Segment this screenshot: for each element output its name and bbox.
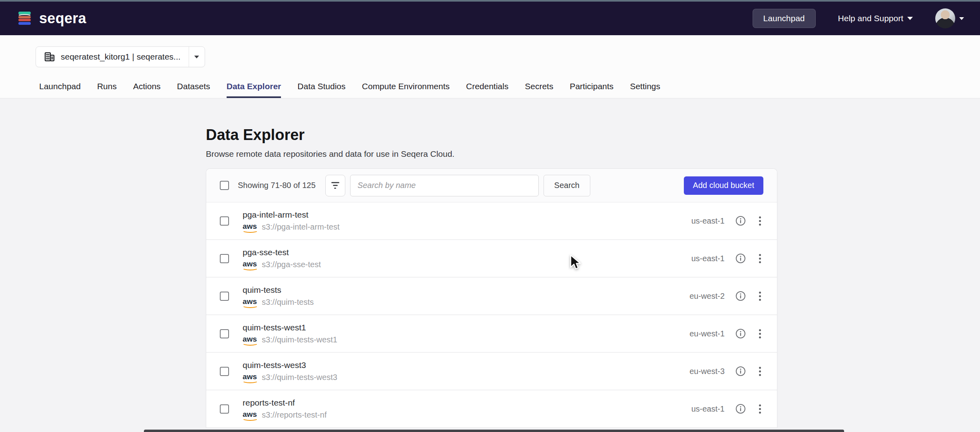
- aws-icon: aws: [243, 298, 257, 307]
- table-row[interactable]: reports-test-nf aws s3://reports-test-nf…: [206, 390, 777, 428]
- tab-participants[interactable]: Participants: [570, 82, 613, 98]
- filter-icon: [331, 182, 339, 189]
- bucket-region: us-east-1: [680, 254, 725, 263]
- bucket-uri: s3://quim-tests-west1: [262, 335, 337, 344]
- tab-secrets[interactable]: Secrets: [525, 82, 553, 98]
- row-checkbox[interactable]: [220, 329, 229, 338]
- row-menu-button[interactable]: [757, 215, 763, 227]
- bucket-name: pga-intel-arm-test: [243, 210, 339, 220]
- showing-count: Showing 71-80 of 125: [238, 181, 316, 190]
- info-icon: [735, 328, 746, 339]
- tab-datasets[interactable]: Datasets: [177, 82, 210, 98]
- row-checkbox[interactable]: [220, 254, 229, 263]
- aws-icon: aws: [243, 410, 257, 420]
- page-subtitle: Browse remote data repositories and data…: [206, 149, 777, 159]
- table-row[interactable]: pga-intel-arm-test aws s3://pga-intel-ar…: [206, 202, 777, 240]
- table-row[interactable]: pga-sse-test aws s3://pga-sse-test us-ea…: [206, 240, 777, 278]
- bucket-name: quim-tests-west3: [243, 360, 337, 370]
- seqera-logo[interactable]: seqera: [16, 10, 86, 27]
- info-icon: [735, 366, 746, 377]
- bucket-uri: s3://pga-intel-arm-test: [262, 222, 340, 232]
- aws-icon: aws: [243, 222, 257, 232]
- bucket-region: eu-west-1: [680, 329, 725, 338]
- search-button[interactable]: Search: [544, 175, 590, 196]
- app-screen: seqera Launchpad Help and Support: [0, 0, 980, 432]
- tab-launchpad[interactable]: Launchpad: [39, 82, 81, 98]
- info-button[interactable]: [735, 403, 746, 414]
- bucket-uri: s3://reports-test-nf: [262, 410, 327, 420]
- info-icon: [735, 403, 746, 414]
- row-menu-button[interactable]: [757, 290, 763, 302]
- info-button[interactable]: [735, 328, 746, 339]
- row-checkbox[interactable]: [220, 216, 229, 226]
- kebab-icon: [759, 404, 761, 414]
- dock-edge: [144, 430, 844, 432]
- info-button[interactable]: [735, 215, 746, 226]
- info-button[interactable]: [735, 366, 746, 377]
- table-row[interactable]: quim-tests aws s3://quim-tests eu-west-2: [206, 278, 777, 315]
- info-icon: [735, 215, 746, 226]
- workspace-selector[interactable]: seqeratest_kitorg1 | seqerates...: [36, 46, 205, 67]
- row-checkbox[interactable]: [220, 367, 229, 376]
- brand-name: seqera: [39, 10, 86, 27]
- top-navbar: seqera Launchpad Help and Support: [0, 2, 980, 35]
- organization-icon: [44, 51, 55, 62]
- chevron-down-icon: [907, 17, 913, 20]
- table-row[interactable]: quim-tests-west1 aws s3://quim-tests-wes…: [206, 315, 777, 353]
- row-menu-button[interactable]: [757, 328, 763, 340]
- tab-data-explorer[interactable]: Data Explorer: [227, 82, 281, 98]
- info-icon: [735, 253, 746, 264]
- user-menu[interactable]: [935, 8, 964, 28]
- select-all-checkbox[interactable]: [220, 181, 229, 190]
- tabs: LaunchpadRunsActionsDatasetsData Explore…: [39, 82, 980, 98]
- bucket-region: eu-west-3: [680, 367, 725, 376]
- tab-runs[interactable]: Runs: [97, 82, 117, 98]
- bucket-region: us-east-1: [680, 216, 725, 226]
- kebab-icon: [759, 329, 761, 338]
- info-button[interactable]: [735, 290, 746, 302]
- tab-settings[interactable]: Settings: [630, 82, 660, 98]
- bucket-name: quim-tests-west1: [243, 323, 337, 332]
- bucket-name: pga-sse-test: [243, 248, 321, 257]
- row-checkbox[interactable]: [220, 404, 229, 414]
- tab-actions[interactable]: Actions: [133, 82, 161, 98]
- page-content: Data Explorer Browse remote data reposit…: [0, 98, 980, 432]
- help-and-support-menu[interactable]: Help and Support: [838, 14, 913, 23]
- search-input[interactable]: [350, 175, 539, 196]
- bucket-uri: s3://quim-tests-west3: [262, 373, 337, 382]
- launchpad-button[interactable]: Launchpad: [753, 9, 816, 28]
- bucket-region: eu-west-2: [680, 292, 725, 301]
- kebab-icon: [759, 254, 761, 263]
- chevron-down-icon: [194, 56, 199, 58]
- workspace-selector-caret[interactable]: [189, 47, 205, 67]
- kebab-icon: [759, 367, 761, 376]
- aws-icon: aws: [243, 335, 257, 345]
- help-and-support-label: Help and Support: [838, 14, 903, 23]
- row-checkbox[interactable]: [220, 292, 229, 301]
- tab-credentials[interactable]: Credentials: [466, 82, 508, 98]
- workspace-selector-label: seqeratest_kitorg1 | seqerates...: [61, 52, 181, 62]
- tab-data-studios[interactable]: Data Studios: [297, 82, 345, 98]
- kebab-icon: [759, 216, 761, 226]
- buckets-toolbar: Showing 71-80 of 125 Search Add cloud bu…: [206, 169, 777, 202]
- aws-icon: aws: [243, 373, 257, 382]
- add-cloud-bucket-button[interactable]: Add cloud bucket: [684, 176, 763, 195]
- kebab-icon: [759, 292, 761, 301]
- aws-icon: aws: [243, 260, 257, 270]
- info-button[interactable]: [735, 253, 746, 264]
- bucket-name: reports-test-nf: [243, 398, 327, 408]
- row-menu-button[interactable]: [757, 403, 763, 415]
- table-row[interactable]: quim-tests-west3 aws s3://quim-tests-wes…: [206, 353, 777, 390]
- tab-compute-environments[interactable]: Compute Environments: [362, 82, 450, 98]
- buckets-list: pga-intel-arm-test aws s3://pga-intel-ar…: [206, 202, 777, 428]
- bucket-uri: s3://pga-sse-test: [262, 260, 321, 269]
- row-menu-button[interactable]: [757, 252, 763, 265]
- seqera-logo-icon: [16, 10, 34, 27]
- row-menu-button[interactable]: [757, 365, 763, 378]
- filter-button[interactable]: [325, 175, 345, 196]
- info-icon: [735, 290, 746, 302]
- chevron-down-icon: [959, 17, 964, 20]
- bucket-uri: s3://quim-tests: [262, 298, 314, 307]
- page-title: Data Explorer: [206, 98, 777, 144]
- workspace-header: seqeratest_kitorg1 | seqerates... Launch…: [0, 35, 980, 98]
